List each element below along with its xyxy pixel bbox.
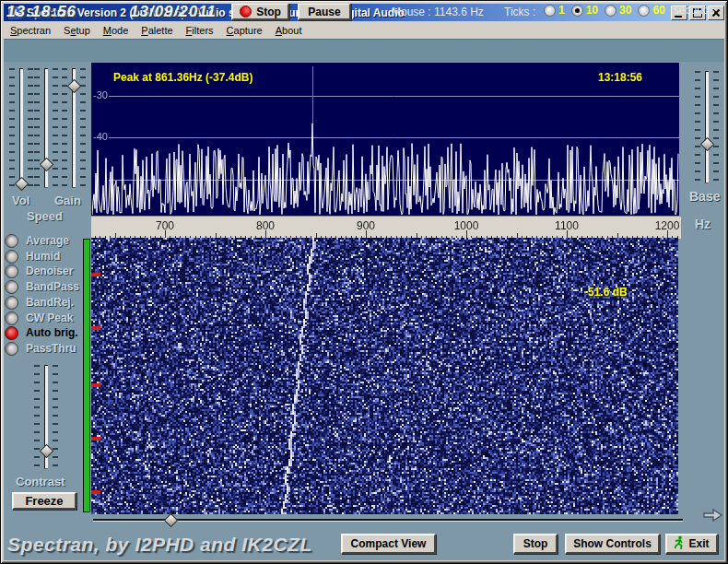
led-icon[interactable] [5,296,18,310]
menu-mode[interactable]: Mode [97,23,135,38]
radio-icon[interactable] [638,5,650,17]
ticks-option-label: 1 [558,4,565,17]
waterfall-progress-bar [83,239,90,512]
freeze-button-label: Freeze [25,494,63,508]
led-row-bandrej[interactable]: BandRej. [5,296,74,309]
led-row-bandpass[interactable]: BandPass [5,280,79,293]
exit-button[interactable]: Exit [665,534,718,554]
peak-readout: Peak at 861.36Hz (-37.4dB) [113,71,252,84]
led-icon[interactable] [5,326,18,340]
led-row-average[interactable]: Average [5,234,69,247]
compact-view-label: Compact View [351,537,427,550]
led-row-auto-brig[interactable]: Auto brig. [5,326,78,339]
ticks-option-label: 30 [619,4,631,17]
base-slider[interactable] [695,71,719,183]
ticks-option-60[interactable]: 60 [638,4,664,17]
menu-capture[interactable]: Capture [220,23,269,38]
running-man-icon [674,535,685,552]
y-axis-label: -30 [93,89,108,100]
stop-button-label: Stop [256,6,281,18]
frequency-axis: 700800900100011001200 [91,216,681,239]
led-icon[interactable] [5,264,18,278]
frequency-offset-thumb[interactable] [164,513,179,528]
base-slider-thumb[interactable] [700,137,715,152]
credit-text: Spectran, by I2PHD and IK2CZL [7,534,312,556]
vol-label: Vol [12,194,29,207]
stop-button[interactable]: Stop [231,3,289,20]
y-axis-label: -40 [93,131,108,142]
pause-button[interactable]: Pause [298,3,351,20]
led-icon[interactable] [5,342,18,356]
seconds-unit-label: seconds [674,4,715,17]
led-label: Auto brig. [26,326,78,339]
ticks-option-label: 10 [586,4,598,17]
ticks-radio-group: 1103060seconds [544,4,714,17]
mouse-frequency-readout: Mouse : 1143.6 Hz [392,6,484,18]
led-label: Humid [26,250,60,263]
led-icon[interactable] [5,250,18,264]
slider-ticks [28,68,33,188]
slider-ticks [695,71,700,183]
gain-slider[interactable] [62,68,86,188]
led-row-humid[interactable]: Humid [5,250,60,263]
gain-label: Gain [54,194,81,207]
led-icon[interactable] [5,280,18,294]
menu-filters[interactable]: Filters [180,23,220,38]
led-label: BandPass [26,280,79,293]
frequency-offset-slider[interactable] [91,512,685,527]
menu-palette[interactable]: Palette [135,23,179,38]
slider-ticks [53,365,58,469]
menu-about[interactable]: About [269,23,309,38]
slider-ticks [9,68,15,188]
contrast-label: Contrast [16,475,65,488]
led-label: PassThru [26,342,76,355]
spectrum-plot[interactable] [91,63,679,216]
scroll-right-arrow[interactable] [700,506,724,528]
compact-view-button[interactable]: Compact View [341,534,436,554]
led-row-denoiser[interactable]: Denoiser [5,264,73,277]
hz-unit-label: Hz [695,217,710,231]
menu-setup[interactable]: Setup [57,23,97,38]
x-axis-label: 900 [357,219,375,232]
db-readout: -51.6 dB [584,286,628,299]
show-controls-label: Show Controls [573,537,652,550]
base-label: Base [689,189,720,204]
led-icon[interactable] [5,234,18,248]
slider-track [93,519,683,522]
contrast-slider-thumb[interactable] [40,444,54,459]
ticks-option-10[interactable]: 10 [571,4,598,17]
freeze-button[interactable]: Freeze [12,492,76,510]
record-stop-icon [240,6,252,18]
radio-icon[interactable] [605,5,616,17]
slider-track [19,68,23,188]
ticks-option-30[interactable]: 30 [605,4,631,17]
contrast-slider[interactable] [34,365,58,469]
x-axis-label: 1100 [555,219,579,232]
show-controls-button[interactable]: Show Controls [565,534,660,554]
x-axis-label: 1000 [454,219,479,232]
menu-spectran[interactable]: Spectran [4,23,57,38]
footer-stop-button[interactable]: Stop [513,534,558,554]
vol-slider[interactable] [9,68,33,188]
ticks-label: Ticks : [504,6,535,18]
speed-slider[interactable] [34,68,58,188]
footer-stop-label: Stop [523,537,548,550]
ticks-option-1[interactable]: 1 [544,4,565,17]
led-icon[interactable] [5,311,18,325]
x-axis-label: 1200 [655,219,680,232]
gain-slider-thumb[interactable] [67,79,82,94]
led-row-cw-peak[interactable]: CW Peak [5,311,73,324]
vol-slider-thumb[interactable] [15,177,29,192]
radio-icon[interactable] [571,5,583,17]
slider-track [705,71,709,183]
led-label: BandRej. [26,296,74,309]
radio-icon[interactable] [544,5,556,17]
led-row-passthru[interactable]: PassThru [5,342,76,355]
slider-ticks [34,365,40,469]
slider-ticks [34,68,40,188]
control-row [4,39,726,62]
speed-slider-thumb[interactable] [40,158,54,172]
exit-button-label: Exit [688,537,709,550]
spectran-window: Spectran Version 2 (build 216) - Audio s… [0,0,728,564]
waterfall-display[interactable] [91,238,678,514]
